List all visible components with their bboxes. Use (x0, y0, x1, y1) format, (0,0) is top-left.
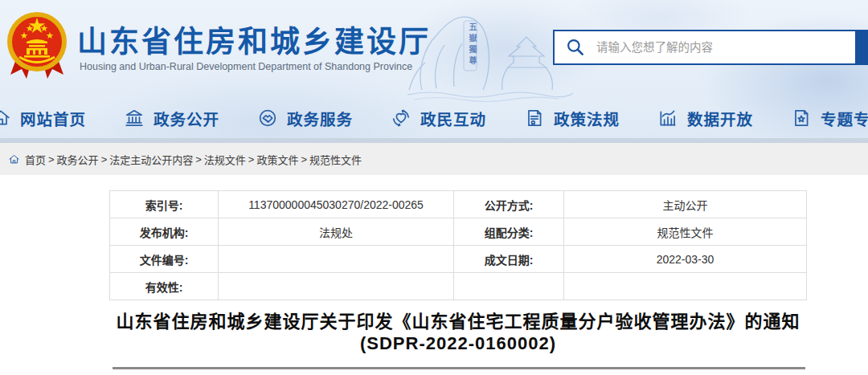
breadcrumb-item-regulation-files[interactable]: 法规文件 (204, 152, 246, 167)
nav-item-gov-services[interactable]: 政务服务 (257, 107, 353, 130)
meta-label-issuing-agency: 发布机构: (110, 218, 219, 246)
site-search (553, 30, 868, 65)
heart-interaction-icon (391, 108, 411, 128)
nav-item-public-interaction[interactable]: 政民互动 (391, 107, 486, 130)
breadcrumb-home-icon (8, 153, 20, 165)
nav-label: 数据开放 (687, 107, 753, 130)
breadcrumb: 首页 > 政务公开 > 法定主动公开内容 > 法规文件 > 政策文件 > 规范性… (0, 143, 868, 175)
breadcrumb-item-policy-files[interactable]: 政策文件 (256, 152, 298, 167)
nav-label: 专题专栏 (821, 107, 868, 130)
meta-value-empty (564, 273, 807, 300)
nav-label: 政策法规 (554, 107, 620, 130)
nav-item-home[interactable]: 网站首页 (0, 107, 86, 130)
breadcrumb-separator: > (248, 153, 255, 165)
meta-value-issuing-agency: 法规处 (219, 218, 454, 246)
table-row: 有效性: (110, 273, 807, 300)
meta-value-validity (219, 273, 454, 300)
watermark-seal-text: 五嶽獨尊 (466, 22, 478, 67)
national-emblem-logo (5, 6, 69, 82)
meta-label-disclosure-method: 公开方式: (454, 191, 564, 218)
meta-value-disclosure-method: 主动公开 (564, 191, 807, 218)
table-row: 索引号: 113700000045030270/2022-00265 公开方式:… (110, 191, 807, 218)
site-subtitle-en: Housing and Urban-Rural Development Depa… (80, 61, 412, 72)
table-row: 发布机构: 法规处 组配分类: 规范性文件 (110, 218, 807, 246)
document-title: 山东省住房和城乡建设厅关于印发《山东省住宅工程质量分户验收管理办法》的通知(SD… (96, 311, 820, 354)
meta-label-issue-date: 成文日期: (454, 246, 564, 273)
breadcrumb-item-normative-files[interactable]: 规范性文件 (309, 152, 362, 167)
government-building-icon (124, 108, 145, 128)
search-input[interactable] (596, 41, 855, 54)
handshake-icon (257, 108, 278, 128)
policy-document-icon (524, 108, 545, 128)
site-title: 山东省住房和城乡建设厅 (77, 18, 431, 61)
meta-label-document-no: 文件编号: (110, 246, 219, 273)
page: 山东省住房和城乡建设厅 Housing and Urban-Rural Deve… (0, 0, 868, 375)
breadcrumb-item-gov-disclosure[interactable]: 政务公开 (57, 152, 99, 167)
nav-label: 政务服务 (287, 107, 353, 130)
nav-item-gov-disclosure[interactable]: 政务公开 (124, 107, 219, 130)
meta-value-document-no (219, 246, 454, 273)
meta-value-category: 规范性文件 (564, 218, 807, 246)
nav-label: 政民互动 (420, 107, 486, 130)
main-nav: 网站首页 政务公开 政务服务 政民互动 (0, 100, 868, 137)
meta-label-validity: 有效性: (110, 273, 219, 300)
meta-value-issue-date: 2022-03-30 (564, 246, 807, 273)
table-row: 文件编号: 成文日期: 2022-03-30 (110, 246, 807, 273)
breadcrumb-separator: > (48, 153, 55, 165)
breadcrumb-separator: > (101, 153, 108, 165)
search-button[interactable] (855, 31, 866, 63)
mountain-watermark (406, 0, 575, 103)
meta-label-category: 组配分类: (454, 218, 564, 246)
meta-value-index-no: 113700000045030270/2022-00265 (219, 191, 454, 218)
nav-item-special-topics[interactable]: 专题专栏 (791, 107, 868, 130)
data-chart-icon (657, 108, 678, 128)
meta-label-index-no: 索引号: (110, 191, 219, 218)
nav-label: 网站首页 (20, 107, 86, 130)
title-divider-rule (113, 367, 805, 369)
breadcrumb-item-home[interactable]: 首页 (25, 152, 46, 167)
nav-item-open-data[interactable]: 数据开放 (657, 107, 753, 130)
breadcrumb-separator: > (301, 153, 307, 165)
breadcrumb-item-statutory-content[interactable]: 法定主动公开内容 (109, 152, 193, 167)
search-icon (555, 37, 596, 58)
site-header: 山东省住房和城乡建设厅 Housing and Urban-Rural Deve… (0, 0, 868, 143)
home-icon (0, 108, 11, 128)
meta-label-empty (454, 273, 564, 300)
breadcrumb-separator: > (195, 153, 202, 165)
nav-label: 政务公开 (154, 107, 219, 130)
document-meta-table: 索引号: 113700000045030270/2022-00265 公开方式:… (109, 190, 807, 300)
nav-item-policies[interactable]: 政策法规 (524, 107, 620, 130)
special-topics-icon (791, 108, 812, 128)
